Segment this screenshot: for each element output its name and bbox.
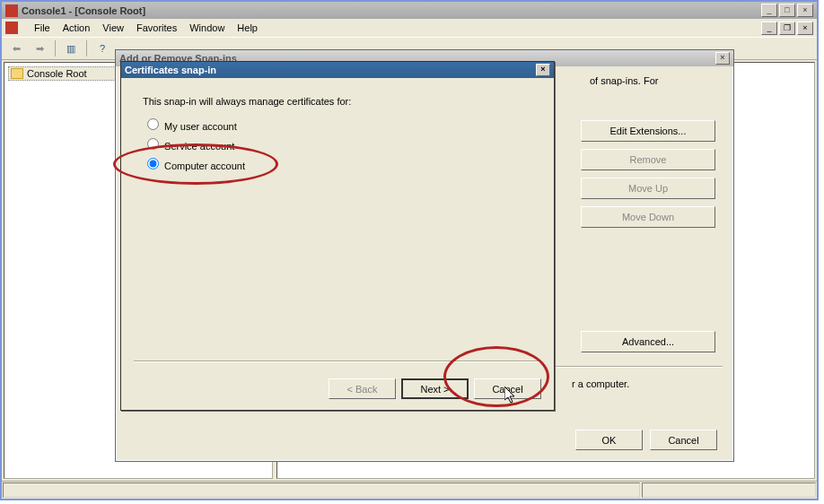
forward-button[interactable]: ➡ (29, 39, 50, 58)
radio-service-label: Service account (164, 141, 234, 152)
menu-help[interactable]: Help (237, 22, 258, 33)
radio-service[interactable]: Service account (143, 135, 532, 152)
prompt-text: This snap-in will always manage certific… (143, 96, 532, 107)
separator (134, 361, 541, 362)
description-text: r a computer. (572, 378, 715, 389)
account-radio-group: My user account Service account Computer… (143, 116, 532, 171)
close-button[interactable]: × (797, 4, 813, 17)
help-button[interactable]: ? (92, 39, 113, 58)
next-button[interactable]: Next > (401, 378, 469, 399)
ok-button[interactable]: OK (575, 430, 643, 450)
cancel-button[interactable]: Cancel (474, 378, 541, 399)
remove-button[interactable]: Remove (581, 149, 715, 170)
tree-root-label: Console Root (27, 68, 87, 79)
status-cell (642, 482, 816, 498)
certdlg-title-text: Certificates snap-in (125, 65, 216, 75)
folder-icon (11, 68, 23, 79)
edit-extensions-button[interactable]: Edit Extensions... (581, 120, 715, 142)
status-cell (3, 482, 640, 498)
mmc-title-text: Console1 - [Console Root] (22, 5, 761, 16)
radio-my-user-input[interactable] (147, 118, 159, 130)
child-restore-button[interactable]: ❐ (779, 22, 795, 35)
toolbar-separator (55, 40, 56, 56)
child-close-button[interactable]: × (797, 22, 813, 35)
minimize-button[interactable]: _ (761, 4, 777, 17)
certdlg-titlebar[interactable]: Certificates snap-in × (121, 62, 554, 78)
mmc-menubar: File Action View Favorites Window Help _… (2, 19, 817, 37)
toolbar-separator (86, 40, 87, 56)
cancel-button[interactable]: Cancel (650, 430, 717, 450)
maximize-button[interactable]: □ (779, 4, 795, 17)
close-button[interactable]: × (715, 52, 730, 65)
certificates-snapin-dialog: Certificates snap-in × This snap-in will… (120, 61, 555, 411)
radio-computer[interactable]: Computer account (143, 155, 532, 171)
advanced-button[interactable]: Advanced... (581, 331, 715, 352)
child-minimize-button[interactable]: _ (761, 22, 777, 35)
mmc-titlebar[interactable]: Console1 - [Console Root] _ □ × (2, 2, 817, 19)
radio-my-user[interactable]: My user account (143, 116, 532, 132)
status-bar (2, 481, 817, 499)
menu-window[interactable]: Window (189, 22, 224, 33)
menu-file[interactable]: File (34, 22, 50, 33)
addremove-info-text: of snap-ins. For (590, 75, 715, 86)
mmc-icon (5, 4, 18, 17)
menu-favorites[interactable]: Favorites (136, 22, 177, 33)
back-button[interactable]: ⬅ (5, 39, 27, 58)
menu-view[interactable]: View (102, 22, 124, 33)
doc-icon (5, 22, 18, 34)
radio-service-input[interactable] (147, 138, 159, 150)
show-tree-button[interactable]: ▥ (60, 39, 82, 58)
close-button[interactable]: × (536, 64, 550, 76)
radio-my-user-label: My user account (164, 121, 237, 132)
back-button[interactable]: < Back (329, 378, 396, 399)
radio-computer-label: Computer account (164, 161, 245, 171)
move-down-button[interactable]: Move Down (581, 206, 715, 228)
radio-computer-input[interactable] (147, 158, 159, 169)
menu-action[interactable]: Action (63, 22, 91, 33)
move-up-button[interactable]: Move Up (581, 178, 715, 199)
